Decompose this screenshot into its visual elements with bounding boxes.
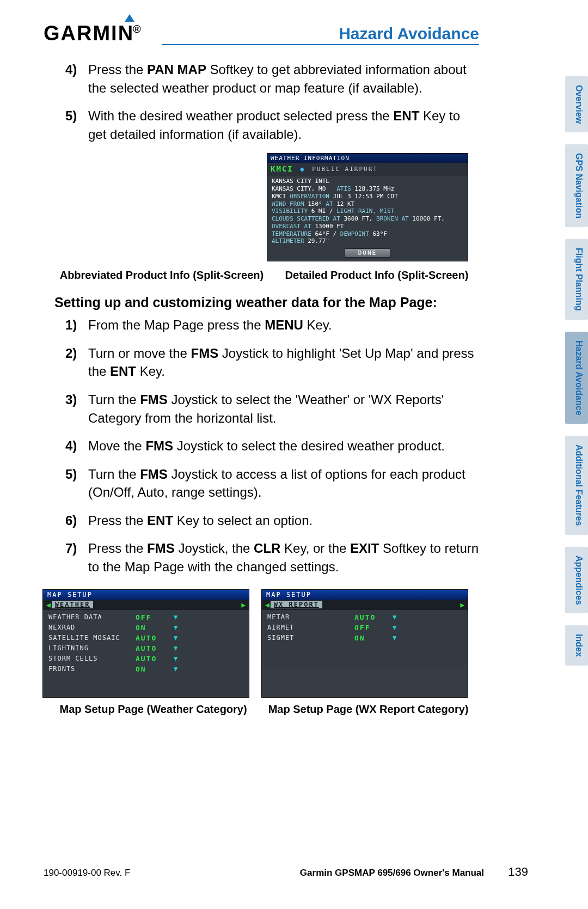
side-tab-gps-navigation[interactable]: GPS Navigation	[565, 144, 588, 227]
step-number: 5)	[65, 107, 88, 143]
setup-row[interactable]: LIGHTNINGAUTO▼	[43, 643, 249, 654]
step-item: 2)Turn or move the FMS Joystick to highl…	[65, 344, 479, 381]
caption-wxreport: Map Setup Page (WX Report Category)	[268, 703, 469, 716]
dropdown-icon[interactable]: ▼	[393, 613, 397, 621]
setup-row[interactable]: SIGMETON▼	[262, 633, 468, 643]
dropdown-icon[interactable]: ▼	[174, 624, 178, 631]
map-setup-tab-bar: ◀WX REPORT▶	[262, 600, 468, 610]
step-item: 7)Press the FMS Joystick, the CLR Key, o…	[65, 539, 479, 576]
setup-row[interactable]: SATELLITE MOSAICAUTO▼	[43, 633, 249, 643]
setting-name: WEATHER DATA	[48, 613, 136, 621]
dropdown-icon[interactable]: ▼	[174, 644, 178, 652]
setting-name: FRONTS	[48, 665, 136, 673]
weather-info-panel: WEATHER INFORMATION KMCI ◆ PUBLIC AIRPOR…	[267, 153, 468, 261]
step-item: 3)Turn the FMS Joystick to select the 'W…	[65, 391, 479, 427]
setting-value: OFF	[136, 613, 174, 621]
step-item: 1)From the Map Page press the MENU Key.	[65, 316, 479, 334]
subheading: Setting up and customizing weather data …	[44, 295, 544, 316]
map-setup-tab-bar: ◀WEATHER▶	[43, 600, 249, 610]
side-tab-additional-features[interactable]: Additional Features	[565, 436, 588, 534]
airport-code: KMCI	[271, 164, 293, 173]
page-footer: 190-00919-00 Rev. F Garmin GPSMAP 695/69…	[44, 865, 528, 879]
section-title: Hazard Avoidance	[162, 25, 479, 45]
setting-name: NEXRAD	[48, 624, 136, 631]
arrow-left-icon[interactable]: ◀	[265, 601, 270, 609]
weather-line: WIND FROM 150° AT 12 KT	[272, 200, 463, 208]
step-text: Move the FMS Joystick to select the desi…	[88, 437, 479, 455]
step-item: 6)Press the ENT Key to select an option.	[65, 511, 479, 530]
step-text: Press the ENT Key to select an option.	[88, 511, 479, 530]
page-number: 139	[508, 865, 528, 879]
arrow-right-icon[interactable]: ▶	[460, 601, 464, 609]
step-item: 5)With the desired weather product selec…	[65, 107, 479, 143]
weather-line: KMCI OBSERVATION JUL 3 12:53 PM CDT	[272, 193, 463, 200]
step-item: 4)Move the FMS Joystick to select the de…	[65, 437, 479, 455]
setting-value: AUTO	[136, 644, 174, 652]
logo-trademark: ®	[133, 23, 142, 35]
side-tab-hazard-avoidance[interactable]: Hazard Avoidance	[565, 332, 588, 424]
setting-value: AUTO	[136, 634, 174, 642]
setup-row[interactable]: STORM CELLSAUTO▼	[43, 654, 249, 664]
document-page: GARMIN® Hazard Avoidance 4)Press the PAN…	[0, 0, 544, 721]
setting-name: METAR	[267, 613, 354, 621]
weather-info-footer: DONE	[267, 246, 468, 261]
dropdown-icon[interactable]: ▼	[393, 624, 397, 631]
weather-line: VISIBILITY 6 MI / LIGHT RAIN, MIST	[272, 208, 463, 215]
caption-row-top: Abbreviated Product Info (Split-Screen) …	[44, 266, 544, 295]
map-setup-title: MAP SETUP	[43, 590, 249, 600]
weather-info-body: KANSAS CITY INTLKANSAS CITY, MO ATIS 128…	[267, 175, 468, 246]
caption-abbrev: Abbreviated Product Info (Split-Screen)	[60, 269, 264, 282]
step-number: 5)	[65, 465, 88, 502]
step-text: Turn the FMS Joystick to access a list o…	[88, 465, 479, 502]
setup-row[interactable]: WEATHER DATAOFF▼	[43, 612, 249, 623]
arrow-right-icon[interactable]: ▶	[241, 601, 246, 609]
dropdown-icon[interactable]: ▼	[174, 613, 178, 621]
map-setup-wxreport: MAP SETUP◀WX REPORT▶METARAUTO▼AIRMETOFF▼…	[261, 589, 468, 698]
weather-line: CLOUDS SCATTERED AT 3600 FT, BROKEN AT 1…	[272, 215, 463, 223]
step-number: 4)	[65, 60, 88, 97]
step-item: 5)Turn the FMS Joystick to access a list…	[65, 465, 479, 502]
tab-name[interactable]: WEATHER	[52, 601, 94, 608]
arrow-left-icon[interactable]: ◀	[46, 601, 51, 609]
step-text: Press the PAN MAP Softkey to get abbrevi…	[88, 60, 479, 97]
step-number: 7)	[65, 539, 88, 576]
diamond-icon: ◆	[300, 164, 305, 173]
setup-row[interactable]: METARAUTO▼	[262, 612, 468, 623]
dropdown-icon[interactable]: ▼	[393, 634, 397, 642]
side-tab-index[interactable]: Index	[565, 625, 588, 666]
step-number: 4)	[65, 437, 88, 455]
screenshot-row-top: WEATHER INFORMATION KMCI ◆ PUBLIC AIRPOR…	[44, 153, 544, 261]
dropdown-icon[interactable]: ▼	[174, 665, 178, 673]
dropdown-icon[interactable]: ▼	[174, 634, 178, 642]
setting-name: SATELLITE MOSAIC	[48, 634, 136, 642]
airport-type: PUBLIC AIRPORT	[312, 166, 378, 173]
side-tabs: OverviewGPS NavigationFlight PlanningHaz…	[565, 76, 588, 666]
setup-row[interactable]: AIRMETOFF▼	[262, 623, 468, 633]
steps-list-main: 1)From the Map Page press the MENU Key.2…	[44, 316, 544, 576]
weather-line: KANSAS CITY INTL	[272, 178, 463, 185]
side-tab-appendices[interactable]: Appendices	[565, 547, 588, 614]
caption-detailed: Detailed Product Info (Split-Screen)	[285, 269, 469, 282]
setup-row[interactable]: FRONTSON▼	[43, 664, 249, 674]
dropdown-icon[interactable]: ▼	[174, 655, 178, 662]
garmin-logo: GARMIN®	[44, 22, 145, 45]
step-item: 4)Press the PAN MAP Softkey to get abbre…	[65, 60, 479, 97]
revision-number: 190-00919-00 Rev. F	[44, 868, 276, 879]
setting-value: AUTO	[136, 655, 174, 663]
caption-row-bottom: Map Setup Page (Weather Category) Map Se…	[44, 698, 544, 721]
side-tab-overview[interactable]: Overview	[565, 76, 588, 132]
setting-name: AIRMET	[267, 624, 354, 631]
tab-name[interactable]: WX REPORT	[271, 601, 322, 608]
step-text: Turn the FMS Joystick to select the 'Wea…	[88, 391, 479, 427]
done-button[interactable]: DONE	[345, 248, 391, 258]
step-number: 1)	[65, 316, 88, 334]
step-text: With the desired weather product selecte…	[88, 107, 479, 143]
page-header: GARMIN® Hazard Avoidance	[44, 22, 544, 45]
side-tab-flight-planning[interactable]: Flight Planning	[565, 239, 588, 320]
setting-name: LIGHTNING	[48, 644, 136, 652]
map-setup-body: METARAUTO▼AIRMETOFF▼SIGMETON▼	[262, 610, 468, 666]
manual-title: Garmin GPSMAP 695/696 Owner's Manual	[276, 868, 509, 879]
setting-name: SIGMET	[267, 634, 354, 642]
setup-row[interactable]: NEXRADON▼	[43, 623, 249, 633]
step-text: Press the FMS Joystick, the CLR Key, or …	[88, 539, 479, 576]
